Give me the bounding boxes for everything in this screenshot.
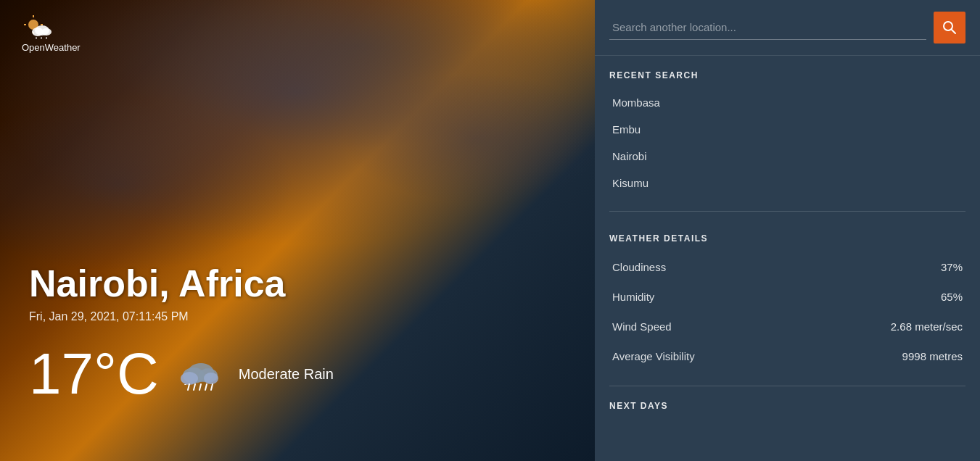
svg-line-17 [188, 384, 189, 390]
divider-2 [609, 386, 965, 386]
recent-item-mombasa[interactable]: Mombasa [609, 89, 965, 116]
logo: OpenWeather [22, 14, 81, 53]
wind-speed-row: Wind Speed 2.68 meter/sec [609, 312, 965, 341]
datetime: Fri, Jan 29, 2021, 07:11:45 PM [29, 310, 334, 323]
weather-description: Moderate Rain [239, 366, 334, 383]
temperature: 17°C [29, 345, 159, 403]
weather-details-section: WEATHER DETAILS Cloudiness 37% Humidity … [595, 219, 980, 378]
svg-line-21 [211, 384, 213, 390]
weather-condition-icon [173, 352, 224, 396]
city-name: Nairobi, Africa [29, 263, 334, 304]
svg-point-14 [181, 372, 198, 385]
humidity-value: 65% [941, 291, 963, 303]
next-days-title: NEXT DAYS [595, 394, 980, 415]
svg-line-23 [952, 30, 955, 33]
svg-point-22 [944, 22, 952, 30]
cloudiness-label: Cloudiness [612, 261, 666, 273]
weather-details-title: WEATHER DETAILS [609, 233, 965, 244]
recent-item-embu[interactable]: Embu [609, 116, 965, 143]
wind-speed-label: Wind Speed [612, 320, 672, 333]
wind-speed-value: 2.68 meter/sec [891, 320, 963, 333]
search-bar [595, 0, 980, 56]
left-panel: OpenWeather Nairobi, Africa Fri, Jan 29,… [0, 0, 595, 461]
temp-row: 17°C Moderate Rain [29, 345, 334, 403]
cloudiness-value: 37% [941, 261, 963, 273]
search-input[interactable] [609, 15, 926, 40]
avg-visibility-row: Average Visibility 9998 metres [609, 341, 965, 371]
cloudiness-row: Cloudiness 37% [609, 252, 965, 282]
svg-point-7 [41, 28, 52, 36]
search-button[interactable] [934, 12, 965, 43]
divider-1 [609, 211, 965, 212]
app-name: OpenWeather [22, 42, 81, 53]
recent-item-nairobi[interactable]: Nairobi [609, 143, 965, 170]
right-panel: RECENT SEARCH Mombasa Embu Nairobi Kisum… [595, 0, 980, 461]
recent-search-title: RECENT SEARCH [609, 70, 965, 80]
avg-visibility-label: Average Visibility [612, 350, 695, 362]
svg-line-18 [194, 384, 195, 390]
svg-rect-16 [184, 384, 186, 385]
weather-content: Nairobi, Africa Fri, Jan 29, 2021, 07:11… [29, 263, 334, 403]
logo-icon [22, 14, 57, 41]
humidity-row: Humidity 65% [609, 282, 965, 312]
svg-point-15 [204, 373, 218, 384]
avg-visibility-value: 9998 metres [902, 350, 963, 362]
humidity-label: Humidity [612, 291, 654, 303]
search-icon [942, 20, 957, 35]
svg-line-19 [199, 384, 201, 390]
recent-search-section: RECENT SEARCH Mombasa Embu Nairobi Kisum… [595, 56, 980, 204]
svg-line-20 [205, 384, 207, 390]
recent-item-kisumu[interactable]: Kisumu [609, 170, 965, 196]
